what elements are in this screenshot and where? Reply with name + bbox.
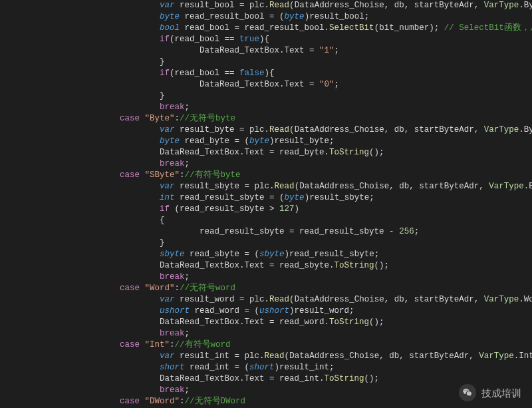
code-token: DataAddress_Choise, db, startByteAdr, (295, 1, 484, 10)
code-line[interactable]: case "DWord"://无符号DWord (0, 396, 532, 407)
code-line[interactable]: bool read_bool = read_result_bool.Select… (0, 23, 532, 34)
code-line[interactable]: } (0, 91, 532, 102)
code-line[interactable]: byte read_result_bool = (byte)result_boo… (0, 11, 532, 23)
code-token: ; (414, 227, 420, 236)
code-line[interactable]: break; (0, 102, 532, 113)
code-token: DataRead_TextBox.Text = read_byte. (160, 148, 329, 157)
code-token: SelectBit (329, 23, 374, 33)
code-line[interactable]: break; (0, 272, 532, 283)
code-token: : (175, 114, 180, 123)
code-line[interactable]: DataRead_TextBox.Text = "0"; (0, 79, 532, 91)
code-token: Read (269, 295, 289, 304)
code-line[interactable]: break; (0, 158, 532, 170)
code-line[interactable]: var result_bool = plc.Read(DataAddress_C… (0, 0, 532, 11)
code-line[interactable]: } (0, 57, 532, 68)
code-line[interactable]: int read_result_sbyte = (byte)result_sby… (0, 192, 532, 204)
code-token: byte (285, 12, 305, 21)
code-line[interactable]: var result_int = plc.Read(DataAddress_Ch… (0, 351, 532, 362)
code-token: ToString (329, 317, 369, 327)
code-token: break (160, 159, 185, 168)
code-line[interactable]: sbyte read_sbyte = (sbyte)read_result_sb… (0, 249, 532, 260)
code-line[interactable]: break; (0, 385, 532, 396)
code-token: result_int (175, 351, 230, 361)
code-line[interactable]: DataRead_TextBox.Text = read_sbyte.ToStr… (0, 260, 532, 272)
code-token: var (160, 351, 175, 361)
code-line[interactable]: short read_int = (short)result_int; (0, 362, 532, 373)
code-token: 127 (279, 204, 295, 214)
code-line[interactable]: if(read_bool == true){ (0, 34, 532, 45)
code-token: "Int" (145, 340, 170, 349)
code-token: ; (185, 385, 190, 395)
code-token: DataRead_TextBox.Text = read_int. (160, 374, 325, 383)
code-line[interactable]: case "Int"://有符号word (0, 339, 532, 351)
code-token: //有符号byte (185, 170, 241, 180)
code-token: Read (265, 351, 285, 361)
code-line[interactable]: DataRead_TextBox.Text = read_byte.ToStri… (0, 147, 532, 158)
code-token: case (120, 284, 145, 293)
code-line[interactable]: var result_sbyte = plc.Read(DataAddress_… (0, 181, 532, 192)
code-line[interactable]: DataRead_TextBox.Text = "1"; (0, 45, 532, 57)
code-token: ; (185, 329, 190, 338)
code-token: (); (364, 374, 380, 383)
code-token: )result_word; (289, 306, 354, 315)
code-token: "1" (319, 46, 334, 55)
code-token: if (160, 69, 170, 78)
code-line[interactable]: byte read_byte = (byte)result_byte; (0, 136, 532, 147)
code-token: : (180, 170, 185, 180)
code-token: )read_result_sbyte; (285, 250, 380, 259)
code-line[interactable]: case "Word"://无符号word (0, 283, 532, 294)
code-token: DataAddress_Choise, db, startByteAdr, (299, 182, 489, 191)
code-token: case (120, 114, 145, 123)
code-token: var (160, 295, 175, 304)
code-line[interactable]: var result_word = plc.Read(DataAddress_C… (0, 294, 532, 306)
code-token: )result_sbyte; (305, 193, 374, 202)
code-token: Read (275, 182, 295, 191)
code-token: DataRead_TextBox.Text = (200, 46, 319, 55)
code-token: result_bool (175, 1, 235, 10)
code-token: .Byte, (519, 1, 532, 10)
code-token: ); (429, 23, 444, 33)
code-token: = ( (239, 250, 259, 259)
code-token: //有符号word (175, 340, 231, 349)
code-line[interactable]: DataRead_TextBox.Text = read_word.ToStri… (0, 317, 532, 328)
code-token: "DWord" (145, 397, 180, 406)
code-line[interactable]: var result_byte = plc.Read(DataAddress_C… (0, 124, 532, 136)
code-editor[interactable]: var result_bool = plc.Read(DataAddress_C… (0, 0, 532, 408)
code-token: ) (295, 204, 300, 214)
code-token: var (160, 1, 175, 10)
code-line[interactable]: case "SByte"://有符号byte (0, 170, 532, 181)
code-line[interactable]: if(read_bool == false){ (0, 68, 532, 79)
code-token: ushort (259, 306, 289, 315)
code-token: VarType (489, 182, 524, 191)
code-token: = plc. (235, 1, 270, 10)
code-line[interactable]: } (0, 238, 532, 249)
code-line[interactable]: case "Byte"://无符号byte (0, 113, 532, 124)
code-token: byte (285, 193, 305, 202)
code-token: case (120, 340, 145, 349)
code-token: (); (369, 317, 384, 327)
code-token: ( (374, 23, 380, 33)
code-token: DataAddress_Choise, db, startByteAdr, (295, 125, 484, 134)
code-token: = ( (229, 363, 249, 372)
code-token: )result_int; (275, 363, 334, 372)
code-token: } (160, 238, 165, 248)
code-token: ; (185, 272, 190, 282)
code-line[interactable]: break; (0, 328, 532, 339)
code-token: DataRead_TextBox.Text = read_sbyte. (160, 261, 334, 270)
code-line[interactable]: DataRead_TextBox.Text = read_int.ToStrin… (0, 373, 532, 385)
code-token: read_int (185, 363, 230, 372)
code-token: (read_result_sbyte > (170, 204, 279, 214)
code-line[interactable]: { (0, 215, 532, 226)
code-token: : (170, 340, 175, 349)
code-line[interactable]: ushort read_word = (ushort)result_word; (0, 306, 532, 317)
code-token: sbyte (259, 250, 285, 259)
code-token: VarType (484, 1, 519, 10)
code-token: Read (269, 125, 289, 134)
code-line[interactable]: if (read_result_sbyte > 127) (0, 204, 532, 215)
code-token: = read_result_bool. (229, 23, 329, 33)
code-line[interactable]: read_result_sbyte = read_result_sbyte - … (0, 226, 532, 238)
code-token: true (239, 35, 259, 44)
code-token: var (160, 125, 175, 134)
code-token: read_byte (180, 136, 229, 146)
code-token: } (160, 57, 165, 67)
